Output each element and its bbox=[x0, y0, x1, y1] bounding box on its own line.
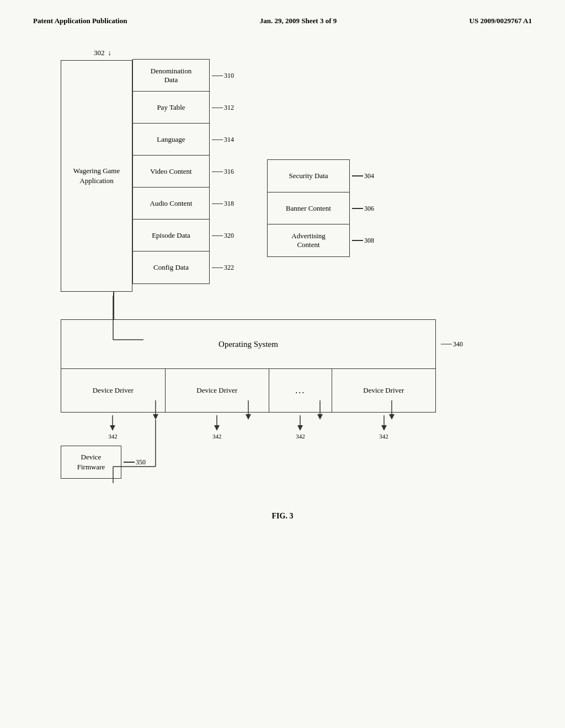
pay-table-cell: Pay Table bbox=[132, 91, 210, 124]
driver-cell-4: Device Driver bbox=[332, 369, 436, 412]
audio-content-label: Audio Content bbox=[150, 199, 193, 208]
ref-342-4: 342 bbox=[379, 433, 388, 440]
video-content-cell: Video Content bbox=[132, 155, 210, 188]
middle-column: DenominationData 310 Pay Table 312 bbox=[132, 60, 234, 284]
language-cell: Language bbox=[132, 123, 210, 156]
firmware-section: Device Firmware 350 bbox=[61, 446, 532, 479]
audio-content-row: Audio Content 318 bbox=[132, 188, 234, 220]
ref-342-3: 342 bbox=[296, 433, 305, 440]
driver-cell-1: Device Driver bbox=[61, 369, 166, 412]
firmware-ref: 350 bbox=[124, 458, 146, 467]
language-label: Language bbox=[157, 135, 185, 144]
arrow-4 bbox=[379, 415, 390, 432]
svg-marker-18 bbox=[297, 425, 303, 431]
drivers-row: Device Driver Device Driver ... Device D… bbox=[61, 368, 436, 413]
arrow-2 bbox=[211, 415, 222, 432]
episode-data-label: Episode Data bbox=[152, 231, 190, 240]
video-content-row: Video Content 316 bbox=[132, 156, 234, 188]
page: Patent Application Publication Jan. 29, … bbox=[0, 0, 565, 728]
firmware-label: Device Firmware bbox=[77, 452, 105, 472]
denomination-data-label: DenominationData bbox=[151, 67, 191, 84]
drivers-section: Device Driver Device Driver ... Device D… bbox=[61, 368, 532, 413]
driver-cell-2: Device Driver bbox=[166, 369, 270, 412]
ref-322: 322 bbox=[212, 264, 234, 272]
pay-table-row: Pay Table 312 bbox=[132, 92, 234, 124]
ref-312: 312 bbox=[212, 104, 234, 112]
arrow-1 bbox=[107, 415, 118, 432]
ref-342-1: 342 bbox=[108, 433, 118, 440]
advertising-content-row: AdvertisingContent 308 bbox=[267, 224, 374, 257]
right-column: Security Data 304 Banner Content 306 bbox=[267, 159, 374, 256]
config-data-cell: Config Data bbox=[132, 251, 210, 284]
svg-marker-20 bbox=[381, 425, 387, 431]
ref-342-2: 342 bbox=[212, 433, 222, 440]
os-box: Operating System 340 bbox=[61, 319, 436, 369]
denomination-data-row: DenominationData 310 bbox=[132, 60, 234, 92]
os-section: Operating System 340 bbox=[61, 319, 532, 369]
diagram-area: 302 ↓ Wagering Game Application Denomina… bbox=[33, 47, 532, 479]
denomination-data-cell: DenominationData bbox=[132, 59, 210, 92]
banner-content-row: Banner Content 306 bbox=[267, 192, 374, 225]
ref-318: 318 bbox=[212, 200, 234, 208]
security-data-row: Security Data 304 bbox=[267, 159, 374, 192]
wagering-game-label: Wagering Game Application bbox=[61, 60, 132, 292]
banner-content-cell: Banner Content bbox=[267, 192, 350, 225]
ref-314: 314 bbox=[212, 136, 234, 144]
pay-table-label: Pay Table bbox=[157, 103, 185, 112]
fig-label: FIG. 3 bbox=[272, 512, 294, 520]
episode-data-row: Episode Data 320 bbox=[132, 220, 234, 252]
ref-306: 306 bbox=[352, 205, 374, 213]
ref-302: 302 bbox=[94, 49, 105, 57]
header-left: Patent Application Publication bbox=[33, 17, 127, 25]
svg-marker-14 bbox=[110, 425, 115, 431]
driver-label-2: Device Driver bbox=[196, 386, 237, 395]
driver-dots-label: ... bbox=[295, 386, 305, 395]
os-label: Operating System bbox=[218, 340, 278, 349]
security-data-cell: Security Data bbox=[267, 159, 350, 192]
driver-label-4: Device Driver bbox=[363, 386, 404, 395]
banner-content-label: Banner Content bbox=[286, 204, 331, 213]
security-data-label: Security Data bbox=[289, 172, 328, 180]
fig-caption: FIG. 3 bbox=[33, 512, 532, 521]
driver-dots: ... bbox=[269, 369, 332, 412]
svg-marker-16 bbox=[214, 425, 220, 431]
ref-320: 320 bbox=[212, 232, 234, 240]
ref-304: 304 bbox=[352, 172, 374, 180]
ref-310: 310 bbox=[212, 72, 234, 80]
driver-label-1: Device Driver bbox=[93, 386, 134, 395]
firmware-box: Device Firmware bbox=[61, 446, 121, 479]
config-data-label: Config Data bbox=[153, 263, 189, 272]
page-header: Patent Application Publication Jan. 29, … bbox=[33, 17, 532, 25]
advertising-content-label: AdvertisingContent bbox=[291, 232, 325, 249]
audio-content-cell: Audio Content bbox=[132, 187, 210, 220]
header-right: US 2009/0029767 A1 bbox=[470, 17, 532, 25]
language-row: Language 314 bbox=[132, 124, 234, 156]
os-ref: 340 bbox=[441, 340, 463, 349]
header-center: Jan. 29, 2009 Sheet 3 of 9 bbox=[260, 17, 337, 25]
ref-308: 308 bbox=[352, 237, 374, 245]
episode-data-cell: Episode Data bbox=[132, 219, 210, 252]
config-data-row: Config Data 322 bbox=[132, 251, 234, 284]
advertising-content-cell: AdvertisingContent bbox=[267, 224, 350, 257]
video-content-label: Video Content bbox=[150, 167, 191, 176]
ref-316: 316 bbox=[212, 168, 234, 176]
arrow-3 bbox=[295, 415, 306, 432]
